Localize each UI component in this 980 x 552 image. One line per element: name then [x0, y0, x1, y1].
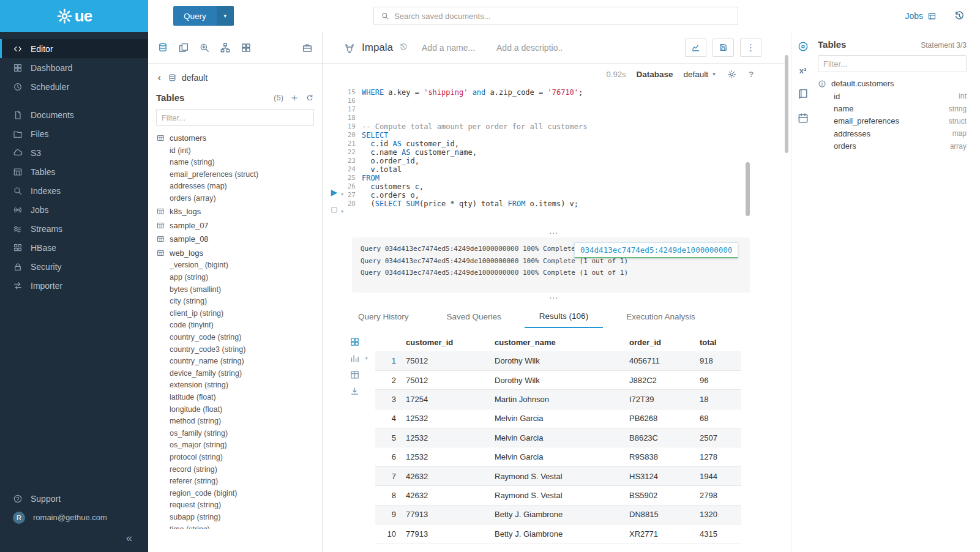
column-item[interactable]: id (int) [148, 145, 322, 157]
sidebar-item-support[interactable]: Support [0, 489, 148, 508]
column-item[interactable]: region_code (bigint) [148, 488, 322, 500]
tab-execution-analysis[interactable]: Execution Analysis [612, 305, 710, 328]
sidebar-item-security[interactable]: Security [0, 257, 148, 276]
snippet-history-icon[interactable] [399, 43, 408, 52]
grid-view-button[interactable] [350, 337, 368, 347]
sidebar-item-hbase[interactable]: HBase [0, 238, 148, 257]
result-row[interactable]: 512532Melvin GarciaB8623C2507 [375, 428, 741, 447]
sidebar-item-streams[interactable]: Streams [0, 219, 148, 238]
table-item[interactable]: web_logs [148, 246, 322, 260]
main-scrollbar[interactable] [785, 55, 788, 153]
column-item[interactable]: _version_ (bigint) [148, 259, 322, 272]
column-item[interactable]: os_major (string) [148, 439, 322, 452]
table-item[interactable]: customers [148, 131, 322, 145]
column-row[interactable]: addressesmap [834, 127, 967, 140]
sidebar-item-importer[interactable]: Importer [0, 276, 148, 295]
result-row[interactable]: 977913Betty J. GiambroneDN88151320 [375, 505, 741, 524]
editor-scrollbar[interactable] [746, 162, 750, 216]
tab-query-history[interactable]: Query History [343, 305, 424, 328]
column-item[interactable]: request (string) [148, 499, 322, 512]
column-item[interactable]: subapp (string) [148, 512, 322, 524]
column-item[interactable]: name (string) [148, 157, 322, 169]
editor-context-button[interactable]: ▾ [330, 206, 345, 214]
right-filter-input[interactable] [818, 55, 967, 72]
sidebar-item-scheduler[interactable]: Scheduler [0, 77, 148, 96]
sidebar-item-files[interactable]: Files [0, 124, 148, 143]
jobs-button[interactable]: Jobs [905, 11, 937, 21]
result-row[interactable]: 317254Martin JohnsonI72T3918 [375, 390, 741, 409]
column-row[interactable]: ordersarray [834, 140, 967, 152]
sidebar-item-tables[interactable]: Tables [0, 162, 148, 181]
settings-gear-icon[interactable] [727, 70, 736, 79]
column-header[interactable]: customer_name [495, 333, 629, 351]
column-item[interactable]: method (string) [148, 416, 322, 428]
column-row[interactable]: idint [834, 90, 967, 102]
column-item[interactable]: longitude (float) [148, 404, 322, 416]
column-item[interactable]: orders (array) [148, 193, 322, 205]
column-item[interactable]: bytes (smallint) [148, 284, 322, 296]
new-query-button[interactable]: Query ▾ [173, 6, 234, 26]
column-item[interactable]: extension (string) [148, 379, 322, 392]
table-item[interactable]: sample_07 [148, 218, 322, 233]
result-row[interactable]: 275012Dorothy WilkJ882C296 [375, 370, 741, 389]
sidebar-item-documents[interactable]: Documents [0, 105, 148, 124]
query-history-icon[interactable] [954, 10, 965, 22]
add-table-icon[interactable] [290, 94, 299, 102]
active-table[interactable]: default.customers [818, 79, 967, 88]
column-header[interactable]: total [700, 333, 741, 351]
table-item[interactable]: k8s_logs [148, 204, 322, 218]
apps-grid-icon[interactable] [241, 42, 252, 53]
column-item[interactable]: client_ip (string) [148, 308, 322, 320]
engine-name[interactable]: Impala [362, 42, 393, 54]
result-row[interactable]: 742632Raymond S. VestalHS31241944 [375, 466, 741, 485]
result-row[interactable]: 1077913Betty J. GiambroneXR27714315 [375, 524, 741, 543]
language-reference-icon[interactable] [797, 88, 809, 100]
search-input[interactable] [394, 12, 738, 21]
column-item[interactable]: country_code3 (string) [148, 344, 322, 356]
briefcase-icon[interactable] [302, 42, 313, 53]
query-id-popover[interactable]: 034d413ec7474ed5:4249de1000000000 [574, 242, 738, 258]
databases-icon[interactable] [157, 42, 168, 53]
column-item[interactable]: os_family (string) [148, 428, 322, 440]
column-header[interactable]: customer_id [406, 333, 495, 351]
query-name-input[interactable] [422, 43, 488, 53]
table-item[interactable]: sample_08 [148, 232, 322, 246]
sidebar-item-dashboard[interactable]: Dashboard [0, 58, 148, 77]
result-row[interactable]: 412532Melvin GarciaPB626868 [375, 409, 741, 428]
execute-button[interactable]: ▶ ▾ [330, 187, 345, 197]
columns-button[interactable] [350, 370, 368, 380]
column-row[interactable]: namestring [834, 102, 967, 114]
query-dropdown-caret[interactable]: ▾ [217, 6, 234, 26]
hue-logo[interactable]: ue [0, 0, 148, 32]
column-item[interactable]: code (tinyint) [148, 319, 322, 332]
column-item[interactable]: time (string) [148, 524, 322, 529]
sidebar-item-indexes[interactable]: Indexes [0, 181, 148, 200]
result-row[interactable]: 612532Melvin GarciaR9S8381278 [375, 447, 741, 466]
column-header[interactable]: order_id [629, 333, 700, 351]
resize-handle[interactable] [323, 293, 785, 305]
back-chevron-icon[interactable]: ‹ [156, 73, 163, 83]
result-row[interactable]: 842632Raymond S. VestalBS59022798 [375, 486, 741, 505]
resize-handle[interactable] [323, 228, 785, 237]
column-item[interactable]: country_name (string) [148, 356, 322, 368]
sidebar-item-jobs[interactable]: Jobs [0, 200, 148, 219]
chart-button[interactable] [685, 39, 706, 57]
column-item[interactable]: city (string) [148, 296, 322, 308]
sidebar-user[interactable]: R romain@gethue.com [0, 508, 148, 527]
schedule-icon[interactable] [797, 112, 809, 124]
result-row[interactable]: 175012Dorothy Wilk4056711918 [375, 351, 741, 370]
download-button[interactable] [350, 386, 368, 397]
chart-view-button[interactable]: ▾ [350, 353, 368, 364]
functions-icon[interactable]: x² [797, 64, 809, 76]
help-icon[interactable]: ? [747, 70, 755, 78]
database-breadcrumb[interactable]: default [182, 73, 208, 83]
column-item[interactable]: addresses (map) [148, 181, 322, 193]
column-item[interactable]: country_code (string) [148, 332, 322, 344]
save-button[interactable] [713, 39, 734, 57]
column-item[interactable]: latitude (float) [148, 392, 322, 404]
refresh-tables-icon[interactable] [305, 94, 314, 102]
sidebar-item-s3[interactable]: S3 [0, 143, 148, 162]
search-browse-icon[interactable] [199, 42, 210, 53]
column-row[interactable]: email_preferencesstruct [834, 115, 967, 127]
shared-documents-icon[interactable] [178, 42, 189, 53]
